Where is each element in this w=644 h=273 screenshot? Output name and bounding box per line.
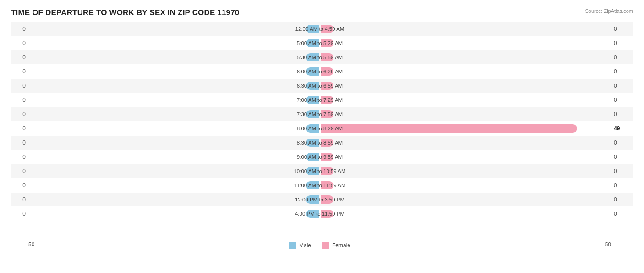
female-bar: [321, 25, 333, 33]
bars-wrapper: 4:00 PM to 11:59 PM: [28, 207, 611, 221]
male-value: 0: [11, 83, 28, 89]
male-bar-area: [28, 22, 320, 36]
male-bar-area: [28, 50, 320, 64]
male-bar: [306, 195, 319, 204]
male-bar: [306, 53, 319, 61]
table-row: 09:00 AM to 9:59 AM0: [11, 150, 633, 164]
axis-left-label: 50: [28, 241, 289, 248]
bars-wrapper: 6:00 AM to 6:29 AM: [28, 65, 611, 78]
table-row: 08:00 AM to 8:29 AM49: [11, 122, 633, 135]
female-bar-area: [320, 122, 611, 135]
female-value: 0: [611, 54, 633, 61]
legend-female-box: [322, 242, 329, 249]
female-value: 0: [611, 68, 633, 75]
female-bar-area: [320, 178, 611, 192]
female-value: 0: [611, 26, 633, 32]
axis-right-label: 50: [350, 241, 611, 248]
source-label: Source: ZipAtlas.com: [585, 8, 633, 14]
female-value: 0: [611, 154, 633, 160]
female-value: 0: [611, 211, 633, 217]
table-row: 07:30 AM to 7:59 AM0: [11, 107, 633, 121]
female-bar: [321, 153, 333, 161]
female-bar: [321, 195, 333, 204]
female-value: 49: [611, 125, 633, 132]
table-row: 05:30 AM to 5:59 AM0: [11, 50, 633, 64]
male-bar: [306, 67, 319, 76]
female-bar-area: [320, 107, 611, 121]
legend: Male Female: [289, 242, 350, 249]
male-bar: [306, 167, 319, 175]
male-bar: [306, 210, 319, 218]
male-value: 0: [11, 211, 28, 217]
legend-female: Female: [322, 242, 350, 249]
female-value: 0: [611, 139, 633, 146]
bars-wrapper: 7:30 AM to 7:59 AM: [28, 107, 611, 121]
male-bar-area: [28, 207, 320, 221]
female-value: 0: [611, 168, 633, 174]
male-bar: [306, 124, 319, 133]
female-value: 0: [611, 97, 633, 103]
female-bar: [321, 39, 333, 47]
male-value: 0: [11, 40, 28, 46]
female-bar-area: [320, 79, 611, 93]
female-bar-area: [320, 93, 611, 107]
male-bar: [306, 39, 319, 47]
table-row: 05:00 AM to 5:29 AM0: [11, 36, 633, 50]
male-value: 0: [11, 68, 28, 75]
female-bar-area: [320, 207, 611, 221]
male-bar-area: [28, 136, 320, 150]
chart-container: TIME OF DEPARTURE TO WORK BY SEX IN ZIP …: [0, 0, 644, 273]
male-bar-area: [28, 150, 320, 164]
male-bar-area: [28, 36, 320, 50]
male-value: 0: [11, 139, 28, 146]
legend-male-box: [289, 242, 296, 249]
female-bar-area: [320, 150, 611, 164]
female-bar: [321, 110, 333, 118]
female-bar: [321, 67, 333, 76]
bars-wrapper: 6:30 AM to 6:59 AM: [28, 79, 611, 93]
male-bar: [306, 96, 319, 104]
female-bar-area: [320, 65, 611, 78]
female-bar: [321, 210, 333, 218]
male-value: 0: [11, 182, 28, 189]
bars-wrapper: 8:30 AM to 8:59 AM: [28, 136, 611, 150]
male-bar-area: [28, 164, 320, 178]
male-value: 0: [11, 26, 28, 32]
bars-wrapper: 5:30 AM to 5:59 AM: [28, 50, 611, 64]
female-bar: [321, 53, 333, 61]
legend-male-label: Male: [299, 242, 311, 249]
male-bar: [306, 181, 319, 189]
female-bar-area: [320, 36, 611, 50]
male-bar: [306, 25, 319, 33]
male-bar-area: [28, 107, 320, 121]
female-bar: [321, 124, 577, 133]
chart-title: TIME OF DEPARTURE TO WORK BY SEX IN ZIP …: [11, 8, 633, 17]
female-bar: [321, 167, 333, 175]
table-row: 011:00 AM to 11:59 AM0: [11, 178, 633, 192]
table-row: 08:30 AM to 8:59 AM0: [11, 136, 633, 150]
table-row: 07:00 AM to 7:29 AM0: [11, 93, 633, 107]
female-bar: [321, 96, 333, 104]
bars-wrapper: 5:00 AM to 5:29 AM: [28, 36, 611, 50]
bars-wrapper: 11:00 AM to 11:59 AM: [28, 178, 611, 192]
male-value: 0: [11, 97, 28, 103]
bars-wrapper: 7:00 AM to 7:29 AM: [28, 93, 611, 107]
female-value: 0: [611, 83, 633, 89]
female-value: 0: [611, 111, 633, 117]
male-bar-area: [28, 193, 320, 206]
bars-wrapper: 12:00 AM to 4:59 AM: [28, 22, 611, 36]
female-bar-area: [320, 193, 611, 206]
bottom-axis: 50 Male Female 50: [11, 240, 633, 249]
female-value: 0: [611, 182, 633, 189]
male-bar-area: [28, 93, 320, 107]
female-value: 0: [611, 196, 633, 203]
female-bar-area: [320, 50, 611, 64]
female-bar: [321, 139, 333, 147]
female-bar-area: [320, 22, 611, 36]
male-bar-area: [28, 178, 320, 192]
female-bar-area: [320, 136, 611, 150]
bars-wrapper: 12:00 PM to 3:59 PM: [28, 193, 611, 206]
legend-male: Male: [289, 242, 311, 249]
table-row: 012:00 AM to 4:59 AM0: [11, 22, 633, 36]
male-value: 0: [11, 125, 28, 132]
